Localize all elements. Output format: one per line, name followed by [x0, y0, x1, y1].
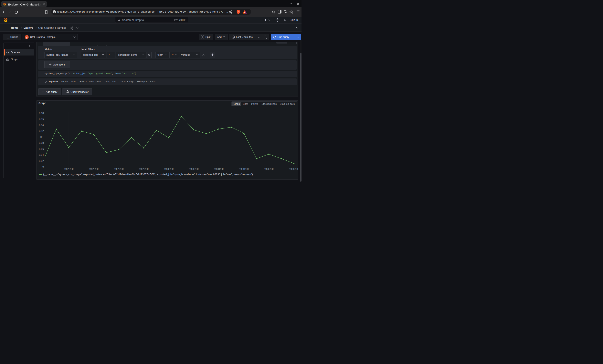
svg-text:0.04: 0.04 [39, 154, 44, 156]
svg-text:19:29:00: 19:29:00 [114, 168, 124, 170]
svg-text:19:28:30: 19:28:30 [89, 168, 99, 170]
svg-text:19:31:30: 19:31:30 [239, 168, 249, 170]
svg-text:0.08: 0.08 [39, 142, 44, 144]
svg-text:19:30:00: 19:30:00 [164, 168, 174, 170]
svg-text:0.12: 0.12 [39, 130, 44, 132]
svg-text:{__name__="system_cpu_usage",: {__name__="system_cpu_usage", exported_i… [43, 173, 253, 176]
svg-text:19:29:30: 19:29:30 [139, 168, 149, 170]
svg-text:0.16: 0.16 [39, 118, 44, 121]
svg-text:0.02: 0.02 [39, 159, 44, 162]
svg-text:0: 0 [42, 165, 44, 168]
svg-text:19:32:00: 19:32:00 [264, 168, 274, 170]
svg-text:0.06: 0.06 [39, 147, 44, 150]
svg-text:19:32:30: 19:32:30 [289, 168, 298, 170]
svg-text:0.1: 0.1 [40, 135, 44, 138]
svg-text:0.14: 0.14 [39, 123, 44, 126]
svg-text:0.18: 0.18 [39, 111, 44, 114]
svg-text:19:28:00: 19:28:00 [64, 168, 73, 170]
svg-text:19:31:00: 19:31:00 [214, 168, 224, 170]
svg-text:19:30:30: 19:30:30 [189, 168, 199, 170]
